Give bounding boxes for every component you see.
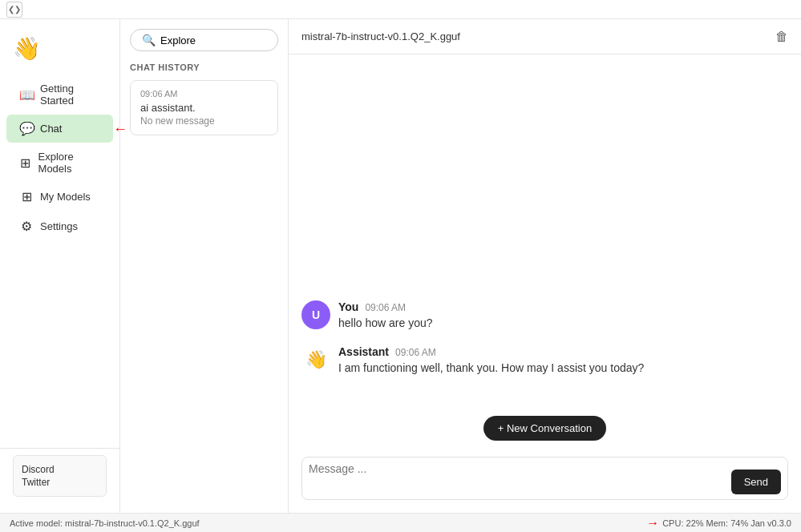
chat-header: mistral-7b-instruct-v0.1.Q2_K.gguf 🗑 [289, 19, 801, 54]
assistant-avatar: 👋 [301, 345, 330, 374]
sidebar-item-settings[interactable]: ⚙ Settings [6, 212, 113, 240]
active-model-value: mistral-7b-instruct-v0.1.Q2_K.gguf [65, 518, 200, 528]
book-icon: 📖 [19, 87, 34, 103]
chat-input-area: Send [289, 450, 801, 513]
sidebar-item-getting-started[interactable]: 📖 Getting Started [6, 76, 113, 113]
sidebar-item-chat[interactable]: 💬 Chat ← [6, 115, 113, 143]
history-item[interactable]: 09:06 AM ai assistant. No new message [130, 80, 278, 135]
chat-history-panel: 🔍 Explore CHAT HISTORY 09:06 AM ai assis… [120, 19, 289, 513]
top-bar: ❮❯ [0, 0, 801, 19]
sidebar-links-card: Discord Twitter [13, 455, 107, 497]
sidebar-item-my-models[interactable]: ⊞ My Models [6, 183, 113, 211]
chat-icon: 💬 [19, 121, 34, 136]
message-row-assistant: 👋 Assistant 09:06 AM I am functioning we… [301, 345, 788, 374]
assistant-message-content: Assistant 09:06 AM I am functioning well… [338, 345, 788, 374]
chat-input-wrapper: Send [301, 457, 788, 500]
grid-icon: ⊞ [19, 155, 32, 171]
message-row-user: U You 09:06 AM hello how are you? [301, 300, 788, 329]
chat-history-title: CHAT HISTORY [130, 62, 278, 72]
sidebar-item-label: Chat [40, 123, 62, 135]
new-conversation-area: + New Conversation [289, 406, 801, 450]
user-message-header: You 09:06 AM [338, 300, 788, 313]
mem-status: Mem: 74% [706, 518, 749, 528]
status-red-arrow-icon: → [646, 516, 659, 530]
active-model-bar: Active model: mistral-7b-instruct-v0.1.Q… [0, 513, 801, 532]
user-avatar: U [301, 300, 330, 329]
models-icon: ⊞ [19, 189, 34, 204]
app-logo-icon: 👋 [13, 36, 41, 61]
user-message-content: You 09:06 AM hello how are you? [338, 300, 788, 329]
model-name: mistral-7b-instruct-v0.1.Q2_K.gguf [301, 30, 460, 42]
sidebar-logo: 👋 [0, 29, 119, 68]
twitter-link[interactable]: Twitter [22, 477, 98, 488]
message-input[interactable] [309, 462, 731, 494]
user-message-time: 09:06 AM [365, 302, 406, 313]
assistant-message-header: Assistant 09:06 AM [338, 345, 788, 358]
version-label: Jan v0.3.0 [750, 518, 791, 528]
collapse-button[interactable]: ❮❯ [6, 2, 22, 18]
settings-icon: ⚙ [19, 219, 34, 234]
assistant-message-text: I am functioning well, thank you. How ma… [338, 361, 788, 374]
assistant-author: Assistant [338, 345, 389, 358]
assistant-message-time: 09:06 AM [395, 347, 436, 358]
cpu-status: CPU: 22% [662, 518, 703, 528]
history-item-time: 09:06 AM [140, 89, 268, 99]
active-model-label: Active model: [10, 518, 63, 528]
main-layout: 👋 📖 Getting Started 💬 Chat ← ⊞ Explore M… [0, 19, 801, 513]
send-button[interactable]: Send [731, 470, 781, 494]
sidebar-item-label: Explore Models [38, 151, 100, 175]
explore-button[interactable]: 🔍 Explore [130, 29, 278, 51]
explore-btn-label: Explore [160, 34, 196, 46]
chat-messages: U You 09:06 AM hello how are you? 👋 Assi… [289, 54, 801, 406]
new-conversation-button[interactable]: + New Conversation [483, 416, 606, 441]
discord-link[interactable]: Discord [22, 464, 98, 475]
user-author: You [338, 300, 358, 313]
sidebar-item-label: Getting Started [40, 83, 100, 107]
history-item-title: ai assistant. [140, 102, 268, 114]
compass-icon: 🔍 [142, 34, 156, 46]
sidebar-item-label: My Models [40, 191, 91, 203]
sidebar-bottom: Discord Twitter [0, 448, 119, 503]
sidebar: 👋 📖 Getting Started 💬 Chat ← ⊞ Explore M… [0, 19, 120, 513]
sidebar-item-label: Settings [40, 220, 78, 232]
delete-conversation-button[interactable]: 🗑 [775, 30, 788, 44]
user-message-text: hello how are you? [338, 316, 788, 329]
messages-spacer [301, 71, 788, 300]
sidebar-nav: 📖 Getting Started 💬 Chat ← ⊞ Explore Mod… [0, 75, 119, 441]
chat-main: mistral-7b-instruct-v0.1.Q2_K.gguf 🗑 U Y… [289, 19, 801, 513]
history-item-preview: No new message [140, 115, 268, 127]
sidebar-item-explore-models[interactable]: ⊞ Explore Models [6, 144, 113, 181]
